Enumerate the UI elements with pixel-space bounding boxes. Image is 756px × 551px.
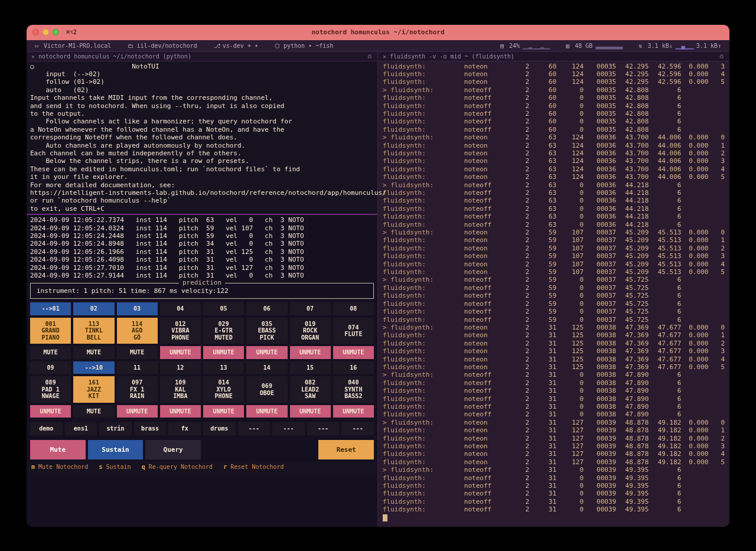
row5-cell-6[interactable]: 082LEAD2SAW bbox=[290, 376, 331, 403]
row5-cell-2[interactable]: 097FX 1RAIN bbox=[117, 376, 158, 403]
row1-cell-6[interactable]: 07 bbox=[290, 302, 331, 315]
net-segment: ⇅ 3.1 kB↓ ▁▁▄▁▁▁ 3.1 kB↑ bbox=[631, 43, 729, 49]
folder-segment[interactable]: 🗀 iil-dev/notochord bbox=[119, 43, 205, 49]
right-pane-tab[interactable]: ✕ fluidsynth -v -o mid ~ (fluidsynth) ⛭ bbox=[378, 52, 729, 61]
preset-0[interactable]: demo bbox=[30, 422, 63, 435]
row2-cell-0[interactable]: 001GRANDPIANO bbox=[30, 318, 71, 344]
log-row: fluidsynth:noteoff26300003644.2186 bbox=[383, 197, 725, 204]
branch-segment[interactable]: ⎇ vs-dev + • bbox=[206, 43, 266, 49]
row3-cell-6[interactable]: UNMUTE bbox=[290, 346, 331, 359]
log-row: fluidsynth:noteon2311250003847.36947.677… bbox=[383, 347, 725, 355]
row6-cell-3[interactable]: UNMUTE bbox=[160, 405, 201, 418]
gear-icon[interactable]: ⛭ bbox=[719, 53, 725, 60]
preset-9[interactable]: --- bbox=[341, 422, 374, 435]
query-button[interactable]: Query bbox=[145, 440, 201, 459]
log-row: fluidsynth:noteon2311250003847.36947.677… bbox=[383, 363, 725, 371]
row3-cell-5[interactable]: UNMUTE bbox=[246, 346, 287, 359]
mute-button[interactable]: Mute bbox=[30, 440, 86, 459]
row5-cell-0[interactable]: 089PAD 1NWAGE bbox=[30, 376, 71, 403]
close-tab-icon[interactable]: ✕ bbox=[383, 53, 386, 60]
row2-cell-4[interactable]: 029E-GTRMUTED bbox=[203, 318, 244, 344]
close-tab-icon[interactable]: ✕ bbox=[31, 53, 35, 60]
action-row: Mute Sustain Query Reset bbox=[27, 439, 377, 462]
log-row: fluidsynth:noteoff26300003644.2186 bbox=[383, 213, 725, 220]
log-row: fluidsynth:noteoff23100003949.3956 bbox=[383, 474, 725, 482]
fluidsynth-log[interactable]: fluidsynth:noteon2601240003542.29542.596… bbox=[378, 61, 729, 527]
prediction-text: instrument: 1 pitch: 51 time: 867 ms vel… bbox=[37, 287, 229, 295]
row1-cell-3[interactable]: 04 bbox=[160, 302, 201, 315]
preset-3[interactable]: brass bbox=[134, 422, 167, 435]
cpu-sparkline: ▁▁▂▁▁▁▂▁▁ bbox=[523, 43, 549, 49]
row4-cell-1[interactable]: -->10 bbox=[73, 361, 114, 374]
row5-cell-4[interactable]: 014XYLOPHONE bbox=[203, 376, 244, 403]
row5-cell-3[interactable]: 109KALIMBA bbox=[160, 376, 201, 403]
row3-cell-0[interactable]: MUTE bbox=[30, 346, 71, 359]
row4-cell-6[interactable]: 15 bbox=[290, 361, 331, 374]
row3-cell-4[interactable]: UNMUTE bbox=[203, 346, 244, 359]
preset-5[interactable]: drums bbox=[203, 422, 236, 435]
row4-cell-0[interactable]: 09 bbox=[30, 361, 71, 374]
log-row: fluidsynth:noteoff23100003847.8906 bbox=[383, 403, 725, 410]
preset-4[interactable]: fx bbox=[168, 422, 201, 435]
log-row: fluidsynth:noteoff26300003644.2186 bbox=[383, 189, 725, 197]
row2-cell-1[interactable]: 113TINKLBELL bbox=[73, 318, 114, 344]
row3-cell-2[interactable]: MUTE bbox=[117, 346, 158, 359]
row5-cell-7[interactable]: 040SYNTHBASS2 bbox=[333, 376, 374, 403]
row4-cell-7[interactable]: 16 bbox=[333, 361, 374, 374]
titlebar[interactable]: ⌘⌥2 notochord homunculus ~/i/notochord bbox=[27, 25, 729, 40]
row3-cell-3[interactable]: UNMUTE bbox=[160, 346, 201, 359]
row6-cell-2[interactable]: UNMUTE bbox=[117, 405, 158, 418]
row4-cell-2[interactable]: 11 bbox=[117, 361, 158, 374]
row1-cell-4[interactable]: 05 bbox=[203, 302, 244, 315]
folder-label: iil-dev/notochord bbox=[136, 43, 197, 49]
log-row: fluidsynth:noteoff23100003949.3956 bbox=[383, 506, 725, 513]
row2-cell-5[interactable]: 035EBASSPICK bbox=[246, 318, 287, 344]
log-row: fluidsynth:noteon2631240003643.70044.006… bbox=[383, 165, 725, 173]
channel-row-1: -->0102030405060708 bbox=[27, 302, 377, 315]
row6-cell-7[interactable]: UNMUTE bbox=[333, 405, 374, 418]
row3-cell-1[interactable]: MUTE bbox=[73, 346, 114, 359]
row3-cell-7[interactable]: UNMUTE bbox=[333, 346, 374, 359]
reset-button[interactable]: Reset bbox=[318, 440, 374, 459]
monitor-icon: ▭ bbox=[35, 43, 41, 49]
preset-8[interactable]: --- bbox=[307, 422, 340, 435]
right-tab-label: fluidsynth -v -o mid ~ (fluidsynth) bbox=[390, 53, 514, 60]
sustain-button[interactable]: Sustain bbox=[88, 440, 144, 459]
row6-cell-1[interactable]: MUTE bbox=[73, 405, 114, 418]
log-row: fluidsynth:noteon2311270003948.87849.182… bbox=[383, 458, 725, 466]
row6-cell-6[interactable]: UNMUTE bbox=[290, 405, 331, 418]
row2-cell-6[interactable]: 019ROCKORGAN bbox=[290, 318, 331, 344]
row1-cell-2[interactable]: 03 bbox=[117, 302, 158, 315]
gear-icon[interactable]: ⛭ bbox=[367, 53, 373, 60]
row2-cell-3[interactable]: 012VIBRAPHONE bbox=[160, 318, 201, 344]
log-row: fluidsynth:noteoff25900003745.7256 bbox=[383, 292, 725, 299]
log-row: fluidsynth:noteoff23100003847.8906 bbox=[383, 379, 725, 387]
host-segment[interactable]: ▭ Victor-M1-PRO.local bbox=[27, 43, 119, 49]
prediction-box: prediction instrument: 1 pitch: 51 time:… bbox=[30, 283, 374, 299]
terminal-window: ⌘⌥2 notochord homunculus ~/i/notochord ▭… bbox=[27, 25, 729, 527]
row1-cell-7[interactable]: 08 bbox=[333, 302, 374, 315]
row6-cell-5[interactable]: UNMUTE bbox=[246, 405, 287, 418]
row6-cell-4[interactable]: UNMUTE bbox=[203, 405, 244, 418]
row1-cell-1[interactable]: 02 bbox=[73, 302, 114, 315]
preset-6[interactable]: --- bbox=[238, 422, 271, 435]
row1-cell-5[interactable]: 06 bbox=[246, 302, 287, 315]
row2-cell-7[interactable]: 074FLUTE bbox=[333, 318, 374, 344]
row4-cell-4[interactable]: 13 bbox=[203, 361, 244, 374]
host-label: Victor-M1-PRO.local bbox=[44, 43, 111, 49]
row6-cell-0[interactable]: UNMUTE bbox=[30, 405, 71, 418]
row4-cell-3[interactable]: 12 bbox=[160, 361, 201, 374]
row2-cell-2[interactable]: 114AGOGÔ bbox=[117, 318, 158, 344]
log-row: fluidsynth:noteoff26300003644.2186 bbox=[383, 205, 725, 213]
row1-cell-0[interactable]: -->01 bbox=[30, 302, 71, 315]
log-row: > fluidsynth:noteoff23100003847.8906 bbox=[383, 371, 725, 379]
preset-7[interactable]: --- bbox=[272, 422, 305, 435]
lang-segment[interactable]: ⬡ python • ~fish bbox=[266, 43, 341, 49]
left-pane-tab[interactable]: ✕ notochord homunculus ~/i/notochord (py… bbox=[27, 52, 377, 61]
status-bar: ▭ Victor-M1-PRO.local 🗀 iil-dev/notochor… bbox=[27, 40, 729, 52]
row5-cell-1[interactable]: 161JAZZKIT bbox=[73, 376, 114, 403]
preset-1[interactable]: ens1 bbox=[65, 422, 97, 435]
row4-cell-5[interactable]: 14 bbox=[246, 361, 287, 374]
preset-2[interactable]: strin bbox=[99, 422, 132, 435]
row5-cell-5[interactable]: 069OBOE bbox=[246, 376, 287, 403]
